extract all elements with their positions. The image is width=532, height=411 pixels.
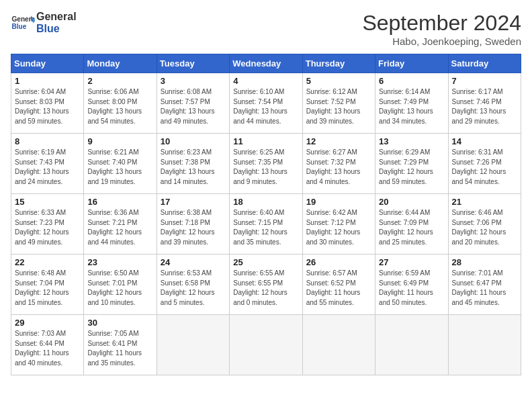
day-info: Sunrise: 6:21 AMSunset: 7:40 PMDaylight:… xyxy=(87,148,152,187)
day-info: Sunrise: 6:14 AMSunset: 7:49 PMDaylight:… xyxy=(379,87,444,126)
day-number: 18 xyxy=(233,197,298,207)
calendar-day-empty xyxy=(375,315,448,375)
page-header: General Blue General Blue September 2024… xyxy=(11,11,521,47)
day-info: Sunrise: 6:04 AMSunset: 8:03 PMDaylight:… xyxy=(15,87,80,126)
weekday-header-monday: Monday xyxy=(84,54,157,73)
day-info: Sunrise: 6:55 AMSunset: 6:55 PMDaylight:… xyxy=(233,269,298,308)
day-number: 8 xyxy=(15,136,80,146)
day-number: 10 xyxy=(161,136,226,146)
calendar-day-empty xyxy=(448,315,521,375)
calendar-day-11: 11Sunrise: 6:25 AMSunset: 7:35 PMDayligh… xyxy=(230,134,302,194)
calendar-day-9: 9Sunrise: 6:21 AMSunset: 7:40 PMDaylight… xyxy=(84,134,157,194)
day-info: Sunrise: 6:53 AMSunset: 6:58 PMDaylight:… xyxy=(161,269,226,308)
day-info: Sunrise: 6:08 AMSunset: 7:57 PMDaylight:… xyxy=(161,87,226,126)
calendar-day-29: 29Sunrise: 7:03 AMSunset: 6:44 PMDayligh… xyxy=(11,315,84,375)
day-number: 13 xyxy=(379,136,444,146)
calendar-day-25: 25Sunrise: 6:55 AMSunset: 6:55 PMDayligh… xyxy=(230,255,302,315)
day-number: 9 xyxy=(87,136,152,146)
logo: General Blue General Blue xyxy=(11,11,77,35)
calendar-day-4: 4Sunrise: 6:10 AMSunset: 7:54 PMDaylight… xyxy=(230,73,302,134)
logo-general-text: General xyxy=(36,11,77,22)
calendar-week-row: 8Sunrise: 6:19 AMSunset: 7:43 PMDaylight… xyxy=(11,134,521,194)
calendar-day-30: 30Sunrise: 7:05 AMSunset: 6:41 PMDayligh… xyxy=(84,315,157,375)
calendar-day-7: 7Sunrise: 6:17 AMSunset: 7:46 PMDaylight… xyxy=(448,73,521,134)
day-info: Sunrise: 6:33 AMSunset: 7:23 PMDaylight:… xyxy=(15,208,80,247)
calendar-day-21: 21Sunrise: 6:46 AMSunset: 7:06 PMDayligh… xyxy=(448,194,521,255)
day-number: 25 xyxy=(233,257,298,267)
day-info: Sunrise: 6:44 AMSunset: 7:09 PMDaylight:… xyxy=(379,208,444,247)
day-info: Sunrise: 6:27 AMSunset: 7:32 PMDaylight:… xyxy=(306,148,371,187)
day-info: Sunrise: 6:29 AMSunset: 7:29 PMDaylight:… xyxy=(379,148,444,187)
calendar-week-row: 29Sunrise: 7:03 AMSunset: 6:44 PMDayligh… xyxy=(11,315,521,375)
day-info: Sunrise: 6:38 AMSunset: 7:18 PMDaylight:… xyxy=(161,208,226,247)
day-number: 20 xyxy=(379,197,444,207)
day-number: 24 xyxy=(161,257,226,267)
calendar-day-14: 14Sunrise: 6:31 AMSunset: 7:26 PMDayligh… xyxy=(448,134,521,194)
day-number: 16 xyxy=(87,197,152,207)
day-info: Sunrise: 6:50 AMSunset: 7:01 PMDaylight:… xyxy=(87,269,152,308)
calendar-day-10: 10Sunrise: 6:23 AMSunset: 7:38 PMDayligh… xyxy=(157,134,229,194)
day-info: Sunrise: 6:06 AMSunset: 8:00 PMDaylight:… xyxy=(87,87,152,126)
day-info: Sunrise: 6:40 AMSunset: 7:15 PMDaylight:… xyxy=(233,208,298,247)
day-number: 2 xyxy=(87,76,152,86)
weekday-header-row: SundayMondayTuesdayWednesdayThursdayFrid… xyxy=(11,54,521,73)
day-number: 29 xyxy=(15,318,80,328)
calendar-day-empty xyxy=(157,315,229,375)
calendar-day-28: 28Sunrise: 7:01 AMSunset: 6:47 PMDayligh… xyxy=(448,255,521,315)
calendar-day-8: 8Sunrise: 6:19 AMSunset: 7:43 PMDaylight… xyxy=(11,134,84,194)
calendar-day-3: 3Sunrise: 6:08 AMSunset: 7:57 PMDaylight… xyxy=(157,73,229,134)
day-number: 28 xyxy=(452,257,517,267)
calendar-day-18: 18Sunrise: 6:40 AMSunset: 7:15 PMDayligh… xyxy=(230,194,302,255)
calendar-day-1: 1Sunrise: 6:04 AMSunset: 8:03 PMDaylight… xyxy=(11,73,84,134)
weekday-header-wednesday: Wednesday xyxy=(230,54,302,73)
day-number: 27 xyxy=(379,257,444,267)
day-info: Sunrise: 6:46 AMSunset: 7:06 PMDaylight:… xyxy=(452,208,517,247)
day-number: 22 xyxy=(15,257,80,267)
calendar-day-20: 20Sunrise: 6:44 AMSunset: 7:09 PMDayligh… xyxy=(375,194,448,255)
day-number: 5 xyxy=(306,76,371,86)
day-number: 7 xyxy=(452,76,517,86)
day-number: 15 xyxy=(15,197,80,207)
month-title: September 2024 xyxy=(362,11,521,36)
day-info: Sunrise: 6:23 AMSunset: 7:38 PMDaylight:… xyxy=(161,148,226,187)
calendar-day-24: 24Sunrise: 6:53 AMSunset: 6:58 PMDayligh… xyxy=(157,255,229,315)
logo-icon: General Blue xyxy=(11,11,35,35)
day-number: 21 xyxy=(452,197,517,207)
day-info: Sunrise: 6:57 AMSunset: 6:52 PMDaylight:… xyxy=(306,269,371,308)
day-number: 1 xyxy=(15,76,80,86)
day-number: 11 xyxy=(233,136,298,146)
calendar-day-26: 26Sunrise: 6:57 AMSunset: 6:52 PMDayligh… xyxy=(302,255,375,315)
day-info: Sunrise: 6:48 AMSunset: 7:04 PMDaylight:… xyxy=(15,269,80,308)
day-info: Sunrise: 7:01 AMSunset: 6:47 PMDaylight:… xyxy=(452,269,517,308)
calendar-day-13: 13Sunrise: 6:29 AMSunset: 7:29 PMDayligh… xyxy=(375,134,448,194)
day-number: 26 xyxy=(306,257,371,267)
calendar-day-16: 16Sunrise: 6:36 AMSunset: 7:21 PMDayligh… xyxy=(84,194,157,255)
calendar-day-12: 12Sunrise: 6:27 AMSunset: 7:32 PMDayligh… xyxy=(302,134,375,194)
calendar-day-15: 15Sunrise: 6:33 AMSunset: 7:23 PMDayligh… xyxy=(11,194,84,255)
weekday-header-saturday: Saturday xyxy=(448,54,521,73)
calendar-day-17: 17Sunrise: 6:38 AMSunset: 7:18 PMDayligh… xyxy=(157,194,229,255)
calendar-week-row: 22Sunrise: 6:48 AMSunset: 7:04 PMDayligh… xyxy=(11,255,521,315)
day-info: Sunrise: 6:17 AMSunset: 7:46 PMDaylight:… xyxy=(452,87,517,126)
calendar-day-2: 2Sunrise: 6:06 AMSunset: 8:00 PMDaylight… xyxy=(84,73,157,134)
day-number: 14 xyxy=(452,136,517,146)
calendar-table: SundayMondayTuesdayWednesdayThursdayFrid… xyxy=(11,54,521,375)
svg-text:Blue: Blue xyxy=(11,23,26,30)
day-info: Sunrise: 6:25 AMSunset: 7:35 PMDaylight:… xyxy=(233,148,298,187)
calendar-day-5: 5Sunrise: 6:12 AMSunset: 7:52 PMDaylight… xyxy=(302,73,375,134)
day-info: Sunrise: 7:03 AMSunset: 6:44 PMDaylight:… xyxy=(15,329,80,368)
day-number: 6 xyxy=(379,76,444,86)
day-number: 23 xyxy=(87,257,152,267)
calendar-day-27: 27Sunrise: 6:59 AMSunset: 6:49 PMDayligh… xyxy=(375,255,448,315)
day-number: 3 xyxy=(161,76,226,86)
day-number: 12 xyxy=(306,136,371,146)
calendar-day-22: 22Sunrise: 6:48 AMSunset: 7:04 PMDayligh… xyxy=(11,255,84,315)
day-number: 17 xyxy=(161,197,226,207)
day-info: Sunrise: 6:31 AMSunset: 7:26 PMDaylight:… xyxy=(452,148,517,187)
calendar-day-23: 23Sunrise: 6:50 AMSunset: 7:01 PMDayligh… xyxy=(84,255,157,315)
calendar-day-empty xyxy=(230,315,302,375)
logo-blue-text: Blue xyxy=(36,23,60,34)
day-number: 19 xyxy=(306,197,371,207)
day-number: 4 xyxy=(233,76,298,86)
weekday-header-friday: Friday xyxy=(375,54,448,73)
